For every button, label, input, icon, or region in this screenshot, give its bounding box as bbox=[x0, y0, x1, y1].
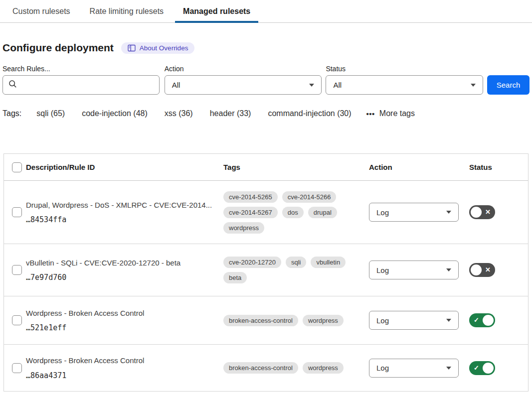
toggle-knob bbox=[471, 264, 482, 275]
select-all-checkbox[interactable] bbox=[12, 162, 22, 172]
rule-description: Drupal, Wordpress - DoS - XMLRPC - CVE:C… bbox=[26, 200, 215, 210]
tag-pill: beta bbox=[223, 272, 247, 283]
toggle-knob bbox=[483, 363, 494, 374]
tag-pill: cve-2020-12720 bbox=[223, 257, 281, 268]
action-select[interactable]: Log bbox=[369, 359, 459, 378]
row-checkbox[interactable] bbox=[12, 363, 22, 373]
ellipsis-icon: ••• bbox=[366, 110, 375, 118]
status-toggle[interactable]: ✕ bbox=[469, 263, 495, 277]
rule-action-cell: Log bbox=[369, 311, 469, 330]
book-icon bbox=[128, 44, 136, 52]
tag-pill: broken-access-control bbox=[223, 315, 298, 326]
tag-pill: sqli bbox=[286, 257, 307, 268]
ruleset-tabbar: Custom rulesetsRate limiting rulesetsMan… bbox=[0, 0, 532, 23]
action-select[interactable]: Log bbox=[369, 311, 459, 330]
chevron-down-icon bbox=[309, 84, 314, 87]
row-checkbox-cell bbox=[4, 315, 26, 325]
tags-bar: Tags: sqli (65)code-injection (48)xss (3… bbox=[2, 109, 530, 118]
tag-filter-link[interactable]: xss (36) bbox=[165, 109, 193, 118]
rule-tags-cell: broken-access-controlwordpress bbox=[223, 315, 369, 326]
tag-list: sqli (65)code-injection (48)xss (36)head… bbox=[36, 109, 351, 118]
rule-tags: broken-access-controlwordpress bbox=[223, 315, 353, 326]
search-icon bbox=[8, 80, 17, 90]
rule-tags: cve-2020-12720sqlivbulletinbeta bbox=[223, 257, 353, 283]
rule-id: …84534ffa bbox=[26, 215, 215, 224]
action-filter-select[interactable]: All bbox=[165, 75, 322, 95]
toggle-state-icon: ✓ bbox=[474, 361, 479, 375]
chevron-down-icon bbox=[471, 84, 476, 87]
tag-pill: wordpress bbox=[223, 222, 264, 234]
about-overrides-label: About Overrides bbox=[140, 44, 188, 52]
rule-cell: Wordpress - Broken Access Control …86aa4… bbox=[26, 356, 223, 380]
table-row: Wordpress - Broken Access Control …521e1… bbox=[4, 296, 528, 345]
tag-pill: drupal bbox=[308, 207, 337, 218]
rule-status-cell: ✕ bbox=[469, 263, 528, 277]
rule-action-cell: Log bbox=[369, 261, 469, 279]
rule-action-cell: Log bbox=[369, 359, 469, 378]
tag-pill: broken-access-control bbox=[223, 362, 298, 374]
search-input-wrap bbox=[2, 75, 160, 95]
column-description: Description/Rule ID bbox=[26, 163, 223, 171]
action-filter-label: Action bbox=[165, 65, 322, 73]
rule-tags: broken-access-controlwordpress bbox=[223, 362, 353, 374]
rule-status-cell: ✓ bbox=[469, 361, 528, 375]
action-select[interactable]: Log bbox=[369, 203, 459, 222]
rule-description: Wordpress - Broken Access Control bbox=[26, 356, 215, 366]
search-rules-input[interactable] bbox=[21, 80, 154, 90]
row-checkbox[interactable] bbox=[12, 265, 22, 275]
tag-filter-link[interactable]: header (33) bbox=[210, 109, 251, 118]
rule-tags-cell: cve-2014-5265cve-2014-5266cve-2014-5267d… bbox=[223, 191, 369, 234]
chevron-down-icon bbox=[446, 367, 451, 370]
action-filter-value: All bbox=[172, 81, 180, 89]
table-row: Drupal, Wordpress - DoS - XMLRPC - CVE:C… bbox=[4, 181, 528, 244]
rule-status-cell: ✕ bbox=[469, 205, 528, 219]
status-toggle[interactable]: ✓ bbox=[469, 313, 495, 327]
toggle-state-icon: ✕ bbox=[485, 205, 491, 219]
action-select[interactable]: Log bbox=[369, 261, 459, 279]
tag-pill: dos bbox=[282, 207, 304, 218]
rule-tags-cell: cve-2020-12720sqlivbulletinbeta bbox=[223, 257, 369, 283]
tag-filter-link[interactable]: code-injection (48) bbox=[82, 109, 148, 118]
rule-cell: vBulletin - SQLi - CVE:CVE-2020-12720 - … bbox=[26, 258, 223, 282]
header-checkbox-cell bbox=[4, 162, 26, 172]
tag-pill: wordpress bbox=[303, 362, 344, 374]
tab-custom-rulesets[interactable]: Custom rulesets bbox=[4, 0, 78, 22]
tag-filter-link[interactable]: command-injection (30) bbox=[268, 109, 351, 118]
status-toggle[interactable]: ✓ bbox=[469, 361, 495, 375]
row-checkbox[interactable] bbox=[12, 315, 22, 325]
tag-pill: vbulletin bbox=[311, 257, 346, 268]
search-button[interactable]: Search bbox=[487, 75, 530, 95]
rule-id: …521e1eff bbox=[26, 323, 215, 332]
rule-description: vBulletin - SQLi - CVE:CVE-2020-12720 - … bbox=[26, 258, 215, 268]
more-tags-button[interactable]: ••• More tags bbox=[366, 109, 415, 118]
tags-bar-label: Tags: bbox=[2, 109, 21, 118]
status-field: Status All bbox=[326, 65, 483, 95]
row-checkbox[interactable] bbox=[12, 207, 22, 217]
rule-tags: cve-2014-5265cve-2014-5266cve-2014-5267d… bbox=[223, 191, 353, 234]
tag-pill: cve-2014-5265 bbox=[223, 191, 278, 203]
column-tags: Tags bbox=[223, 163, 369, 171]
tag-filter-link[interactable]: sqli (65) bbox=[36, 109, 65, 118]
status-filter-select[interactable]: All bbox=[326, 75, 483, 95]
rules-table: Description/Rule ID Tags Action Status D… bbox=[3, 153, 529, 392]
action-select-value: Log bbox=[376, 364, 389, 372]
tab-rate-limiting-rulesets[interactable]: Rate limiting rulesets bbox=[82, 0, 172, 22]
row-checkbox-cell bbox=[4, 207, 26, 217]
page-title: Configure deployment bbox=[2, 42, 114, 54]
toggle-state-icon: ✓ bbox=[474, 313, 479, 327]
action-select-value: Log bbox=[376, 266, 389, 274]
managed-rulesets-page: Configure deployment About Overrides Sea… bbox=[0, 42, 532, 392]
search-rules-label: Search Rules... bbox=[2, 65, 160, 73]
about-overrides-badge[interactable]: About Overrides bbox=[121, 42, 195, 54]
status-filter-label: Status bbox=[326, 65, 483, 73]
filters-row: Search Rules... Action All Status bbox=[2, 65, 530, 95]
rule-cell: Drupal, Wordpress - DoS - XMLRPC - CVE:C… bbox=[26, 200, 223, 224]
table-row: Wordpress - Broken Access Control …86aa4… bbox=[4, 345, 528, 392]
rule-cell: Wordpress - Broken Access Control …521e1… bbox=[26, 308, 223, 332]
rule-id: …86aa4371 bbox=[26, 371, 215, 380]
tab-managed-rulesets[interactable]: Managed rulesets bbox=[175, 0, 258, 22]
chevron-down-icon bbox=[446, 319, 451, 322]
status-toggle[interactable]: ✕ bbox=[469, 205, 495, 219]
table-body: Drupal, Wordpress - DoS - XMLRPC - CVE:C… bbox=[4, 181, 528, 392]
search-field: Search Rules... bbox=[2, 65, 160, 95]
